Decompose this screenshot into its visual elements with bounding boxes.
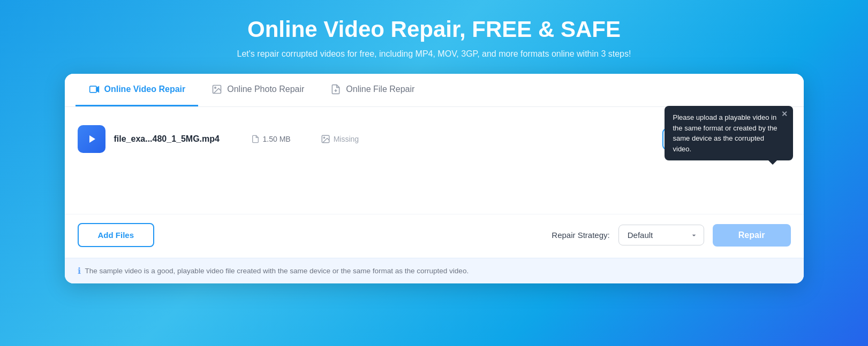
file-icon: [330, 83, 342, 95]
repair-strategy-label: Repair Strategy:: [552, 230, 609, 240]
tab-photo-label: Online Photo Repair: [227, 84, 304, 94]
notice-bar: ℹ The sample video is a good, playable v…: [65, 258, 804, 283]
hero-section: Online Video Repair, FREE & SAFE Let's r…: [237, 16, 631, 59]
svg-marker-1: [96, 87, 99, 92]
status-icon: [321, 134, 330, 144]
file-thumbnail: [78, 125, 105, 153]
file-status-text: Missing: [334, 135, 359, 143]
svg-point-3: [215, 87, 216, 89]
video-icon: [88, 83, 100, 95]
tooltip-text: Please upload a playable video in the sa…: [673, 113, 778, 153]
file-size-value: 1.50 MB: [263, 135, 291, 143]
tooltip: ✕ Please upload a playable video in the …: [665, 106, 793, 160]
hero-subtitle: Let's repair corrupted videos for free, …: [237, 49, 631, 59]
file-status-container: Missing: [321, 134, 359, 144]
hero-title: Online Video Repair, FREE & SAFE: [237, 16, 631, 43]
tab-video-repair[interactable]: Online Video Repair: [76, 74, 199, 106]
file-name: file_exa...480_1_5MG.mp4: [114, 134, 221, 144]
file-play-icon: [85, 133, 98, 145]
info-icon: ℹ: [78, 266, 81, 276]
tooltip-close-button[interactable]: ✕: [781, 110, 788, 118]
right-actions: Repair Strategy: Default Advanced Deep R…: [552, 224, 790, 247]
footer-actions: Add Files Repair Strategy: Default Advan…: [65, 214, 804, 258]
svg-point-7: [323, 137, 324, 139]
svg-rect-0: [89, 87, 96, 93]
main-card: ✕ Please upload a playable video in the …: [65, 74, 804, 283]
repair-strategy-select[interactable]: Default Advanced Deep: [618, 225, 704, 245]
tabs-bar: Online Video Repair Online Photo Repair: [65, 74, 804, 107]
photo-icon: [211, 83, 223, 95]
notice-text: The sample video is a good, playable vid…: [85, 267, 469, 275]
file-size-icon: [251, 135, 260, 143]
tab-file-repair[interactable]: Online File Repair: [317, 74, 427, 106]
file-size-container: 1.50 MB: [251, 135, 291, 143]
tab-photo-repair[interactable]: Online Photo Repair: [198, 74, 317, 106]
repair-button[interactable]: Repair: [713, 224, 791, 247]
add-files-button[interactable]: Add Files: [78, 223, 155, 247]
tab-file-label: Online File Repair: [346, 84, 414, 94]
tab-video-label: Online Video Repair: [104, 84, 186, 94]
